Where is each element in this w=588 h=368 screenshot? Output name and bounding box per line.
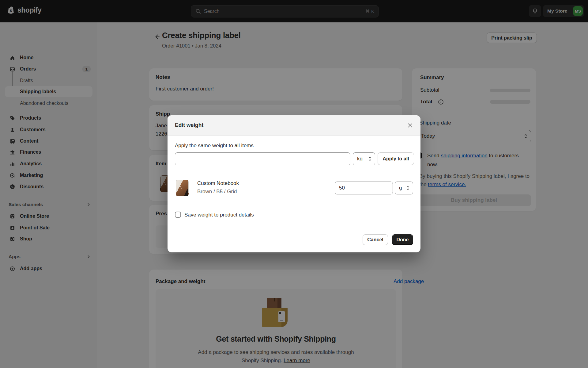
modal-header: Edit weight bbox=[168, 115, 420, 136]
item-unit-select[interactable]: g bbox=[395, 182, 413, 194]
edit-weight-modal: Edit weight Apply the same weight to all… bbox=[168, 115, 420, 252]
modal-title: Edit weight bbox=[175, 122, 203, 128]
modal-close-button[interactable] bbox=[405, 121, 415, 130]
modal-divider bbox=[168, 173, 420, 173]
modal-item-variant: Brown / B5 / Grid bbox=[197, 189, 237, 195]
item-unit-value: g bbox=[399, 185, 402, 191]
modal-item-name: Custom Notebook bbox=[197, 180, 239, 186]
apply-weight-label: Apply the same weight to all items bbox=[175, 143, 254, 149]
cancel-button[interactable]: Cancel bbox=[363, 234, 388, 245]
save-weight-label: Save weight to product details bbox=[184, 212, 254, 218]
apply-unit-select[interactable]: kg bbox=[353, 152, 375, 165]
item-weight-input[interactable] bbox=[335, 182, 393, 194]
modal-divider bbox=[168, 227, 420, 227]
select-stepper-icon bbox=[406, 185, 410, 191]
apply-unit-value: kg bbox=[357, 156, 363, 162]
modal-product-image bbox=[176, 180, 189, 196]
modal-divider bbox=[168, 202, 420, 202]
close-icon bbox=[407, 123, 413, 128]
save-weight-checkbox[interactable] bbox=[175, 212, 181, 218]
done-button[interactable]: Done bbox=[392, 234, 413, 245]
apply-weight-input[interactable] bbox=[175, 152, 350, 165]
select-stepper-icon bbox=[368, 156, 372, 162]
apply-to-all-button[interactable]: Apply to all bbox=[378, 152, 414, 165]
